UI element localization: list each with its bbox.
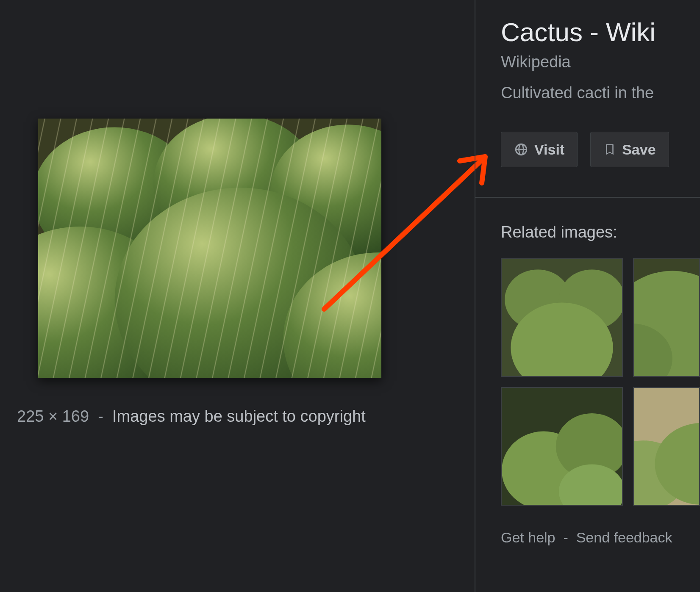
cactus-illustration	[502, 388, 622, 505]
main-preview-image[interactable]	[38, 119, 381, 378]
related-image-thumb[interactable]	[501, 258, 623, 377]
detail-source[interactable]: Wikipedia	[501, 53, 700, 71]
related-image-thumb[interactable]	[633, 258, 700, 377]
visit-button[interactable]: Visit	[501, 132, 578, 167]
cactus-illustration	[634, 388, 699, 505]
save-button-label: Save	[622, 141, 656, 158]
image-detail-panel: Cactus - Wiki Wikipedia Cultivated cacti…	[475, 0, 700, 592]
section-divider	[475, 197, 700, 198]
get-help-link[interactable]: Get help	[501, 529, 556, 545]
footer-separator: -	[563, 529, 568, 545]
detail-caption: Cultivated cacti in the	[501, 84, 700, 102]
save-button[interactable]: Save	[590, 132, 669, 167]
send-feedback-link[interactable]: Send feedback	[576, 529, 672, 545]
cactus-illustration	[634, 259, 699, 376]
visit-button-label: Visit	[534, 141, 564, 158]
meta-separator: -	[98, 407, 103, 425]
image-meta: 225 × 169 - Images may be subject to cop…	[17, 407, 366, 426]
related-image-thumb[interactable]	[501, 387, 623, 506]
related-images-grid	[501, 258, 700, 506]
action-row: Visit Save	[501, 132, 700, 167]
globe-icon	[514, 142, 528, 157]
bookmark-icon	[603, 142, 616, 157]
footer-links: Get help - Send feedback	[501, 529, 700, 546]
related-images-label: Related images:	[501, 223, 700, 241]
svg-rect-9	[38, 119, 381, 378]
cactus-illustration	[502, 259, 622, 376]
detail-title[interactable]: Cactus - Wiki	[501, 17, 700, 47]
cactus-illustration	[38, 119, 381, 378]
image-preview-panel: 225 × 169 - Images may be subject to cop…	[0, 0, 475, 592]
image-dimensions: 225 × 169	[17, 407, 89, 425]
copyright-notice[interactable]: Images may be subject to copyright	[112, 407, 366, 425]
related-image-thumb[interactable]	[633, 387, 700, 506]
